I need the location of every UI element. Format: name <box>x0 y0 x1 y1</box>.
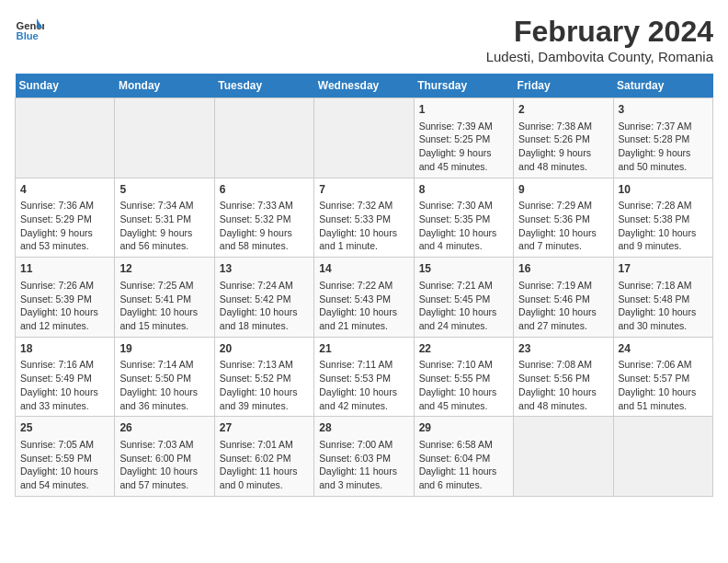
cell-content: Sunrise: 7:32 AMSunset: 5:33 PMDaylight:… <box>319 199 408 253</box>
day-number: 10 <box>619 182 708 198</box>
cell-content: Sunrise: 7:01 AMSunset: 6:02 PMDaylight:… <box>220 438 309 492</box>
subtitle: Ludesti, Dambovita County, Romania <box>486 49 713 64</box>
day-number: 26 <box>119 420 209 436</box>
calendar-week-1: 1Sunrise: 7:39 AMSunset: 5:25 PMDaylight… <box>16 98 713 178</box>
header: General Blue February 2024 Ludesti, Damb… <box>15 15 713 64</box>
calendar-cell: 15Sunrise: 7:21 AMSunset: 5:45 PMDayligh… <box>414 258 513 338</box>
calendar-cell: 7Sunrise: 7:32 AMSunset: 5:33 PMDaylight… <box>314 178 414 258</box>
day-number: 15 <box>419 261 508 277</box>
day-number: 1 <box>419 102 508 118</box>
day-header-thursday: Thursday <box>414 74 513 98</box>
calendar-week-3: 11Sunrise: 7:26 AMSunset: 5:39 PMDayligh… <box>16 258 713 338</box>
calendar-cell <box>613 417 712 497</box>
cell-content: Sunrise: 7:19 AMSunset: 5:46 PMDaylight:… <box>518 279 608 333</box>
day-number: 19 <box>119 341 209 357</box>
cell-content: Sunrise: 7:11 AMSunset: 5:53 PMDaylight:… <box>319 358 408 412</box>
calendar-cell: 4Sunrise: 7:36 AMSunset: 5:29 PMDaylight… <box>16 178 115 258</box>
calendar-cell: 16Sunrise: 7:19 AMSunset: 5:46 PMDayligh… <box>514 258 613 338</box>
calendar-week-2: 4Sunrise: 7:36 AMSunset: 5:29 PMDaylight… <box>16 178 713 258</box>
calendar-cell: 6Sunrise: 7:33 AMSunset: 5:32 PMDaylight… <box>214 178 313 258</box>
cell-content: Sunrise: 7:25 AMSunset: 5:41 PMDaylight:… <box>119 279 209 333</box>
cell-content: Sunrise: 7:06 AMSunset: 5:57 PMDaylight:… <box>619 358 708 412</box>
day-number: 28 <box>319 420 408 436</box>
svg-text:Blue: Blue <box>17 30 39 41</box>
day-number: 25 <box>20 420 109 436</box>
main-title: February 2024 <box>486 15 713 49</box>
cell-content: Sunrise: 7:05 AMSunset: 5:59 PMDaylight:… <box>20 438 109 492</box>
calendar-cell: 25Sunrise: 7:05 AMSunset: 5:59 PMDayligh… <box>16 417 115 497</box>
day-number: 11 <box>20 261 109 277</box>
day-number: 5 <box>119 182 209 198</box>
day-number: 7 <box>319 182 408 198</box>
cell-content: Sunrise: 7:00 AMSunset: 6:03 PMDaylight:… <box>319 438 408 492</box>
calendar-cell: 22Sunrise: 7:10 AMSunset: 5:55 PMDayligh… <box>414 337 513 417</box>
cell-content: Sunrise: 7:39 AMSunset: 5:25 PMDaylight:… <box>419 120 508 174</box>
cell-content: Sunrise: 7:33 AMSunset: 5:32 PMDaylight:… <box>220 199 309 253</box>
calendar-cell: 19Sunrise: 7:14 AMSunset: 5:50 PMDayligh… <box>115 337 214 417</box>
cell-content: Sunrise: 7:14 AMSunset: 5:50 PMDaylight:… <box>119 358 209 412</box>
day-number: 17 <box>619 261 708 277</box>
cell-content: Sunrise: 7:10 AMSunset: 5:55 PMDaylight:… <box>419 358 508 412</box>
calendar-cell <box>16 98 115 178</box>
calendar-week-4: 18Sunrise: 7:16 AMSunset: 5:49 PMDayligh… <box>16 337 713 417</box>
calendar-cell: 1Sunrise: 7:39 AMSunset: 5:25 PMDaylight… <box>414 98 513 178</box>
calendar-cell: 26Sunrise: 7:03 AMSunset: 6:00 PMDayligh… <box>115 417 214 497</box>
day-header-monday: Monday <box>115 74 214 98</box>
cell-content: Sunrise: 7:22 AMSunset: 5:43 PMDaylight:… <box>319 279 408 333</box>
day-number: 4 <box>20 182 109 198</box>
cell-content: Sunrise: 7:16 AMSunset: 5:49 PMDaylight:… <box>20 358 109 412</box>
calendar-cell: 2Sunrise: 7:38 AMSunset: 5:26 PMDaylight… <box>514 98 613 178</box>
cell-content: Sunrise: 7:30 AMSunset: 5:35 PMDaylight:… <box>419 199 508 253</box>
calendar-cell: 17Sunrise: 7:18 AMSunset: 5:48 PMDayligh… <box>613 258 712 338</box>
day-number: 29 <box>419 420 508 436</box>
title-area: February 2024 Ludesti, Dambovita County,… <box>486 15 713 64</box>
calendar-cell: 27Sunrise: 7:01 AMSunset: 6:02 PMDayligh… <box>214 417 313 497</box>
day-number: 23 <box>518 341 608 357</box>
day-number: 27 <box>220 420 309 436</box>
cell-content: Sunrise: 7:24 AMSunset: 5:42 PMDaylight:… <box>220 279 309 333</box>
cell-content: Sunrise: 7:08 AMSunset: 5:56 PMDaylight:… <box>518 358 608 412</box>
calendar-cell <box>214 98 313 178</box>
calendar-week-5: 25Sunrise: 7:05 AMSunset: 5:59 PMDayligh… <box>16 417 713 497</box>
day-header-sunday: Sunday <box>16 74 115 98</box>
day-number: 8 <box>419 182 508 198</box>
cell-content: Sunrise: 6:58 AMSunset: 6:04 PMDaylight:… <box>419 438 508 492</box>
calendar-cell: 10Sunrise: 7:28 AMSunset: 5:38 PMDayligh… <box>613 178 712 258</box>
calendar-cell: 28Sunrise: 7:00 AMSunset: 6:03 PMDayligh… <box>314 417 414 497</box>
day-number: 9 <box>518 182 608 198</box>
calendar-cell: 12Sunrise: 7:25 AMSunset: 5:41 PMDayligh… <box>115 258 214 338</box>
cell-content: Sunrise: 7:28 AMSunset: 5:38 PMDaylight:… <box>619 199 708 253</box>
cell-content: Sunrise: 7:29 AMSunset: 5:36 PMDaylight:… <box>518 199 608 253</box>
day-number: 14 <box>319 261 408 277</box>
day-number: 20 <box>220 341 309 357</box>
calendar-cell: 11Sunrise: 7:26 AMSunset: 5:39 PMDayligh… <box>16 258 115 338</box>
calendar-cell: 5Sunrise: 7:34 AMSunset: 5:31 PMDaylight… <box>115 178 214 258</box>
day-header-friday: Friday <box>514 74 613 98</box>
calendar-cell: 20Sunrise: 7:13 AMSunset: 5:52 PMDayligh… <box>214 337 313 417</box>
logo: General Blue <box>15 15 44 44</box>
calendar-cell: 14Sunrise: 7:22 AMSunset: 5:43 PMDayligh… <box>314 258 414 338</box>
cell-content: Sunrise: 7:03 AMSunset: 6:00 PMDaylight:… <box>119 438 209 492</box>
calendar-cell: 21Sunrise: 7:11 AMSunset: 5:53 PMDayligh… <box>314 337 414 417</box>
calendar-cell: 23Sunrise: 7:08 AMSunset: 5:56 PMDayligh… <box>514 337 613 417</box>
calendar-cell: 8Sunrise: 7:30 AMSunset: 5:35 PMDaylight… <box>414 178 513 258</box>
logo-icon: General Blue <box>15 15 44 44</box>
calendar-table: SundayMondayTuesdayWednesdayThursdayFrid… <box>15 74 713 497</box>
day-number: 6 <box>220 182 309 198</box>
calendar-cell <box>314 98 414 178</box>
day-number: 13 <box>220 261 309 277</box>
calendar-cell: 9Sunrise: 7:29 AMSunset: 5:36 PMDaylight… <box>514 178 613 258</box>
cell-content: Sunrise: 7:38 AMSunset: 5:26 PMDaylight:… <box>518 120 608 174</box>
cell-content: Sunrise: 7:37 AMSunset: 5:28 PMDaylight:… <box>619 120 708 174</box>
calendar-cell: 29Sunrise: 6:58 AMSunset: 6:04 PMDayligh… <box>414 417 513 497</box>
cell-content: Sunrise: 7:36 AMSunset: 5:29 PMDaylight:… <box>20 199 109 253</box>
calendar-cell <box>115 98 214 178</box>
cell-content: Sunrise: 7:13 AMSunset: 5:52 PMDaylight:… <box>220 358 309 412</box>
day-header-wednesday: Wednesday <box>314 74 414 98</box>
cell-content: Sunrise: 7:26 AMSunset: 5:39 PMDaylight:… <box>20 279 109 333</box>
day-number: 16 <box>518 261 608 277</box>
day-number: 18 <box>20 341 109 357</box>
day-number: 2 <box>518 102 608 118</box>
day-number: 24 <box>619 341 708 357</box>
calendar-cell <box>514 417 613 497</box>
